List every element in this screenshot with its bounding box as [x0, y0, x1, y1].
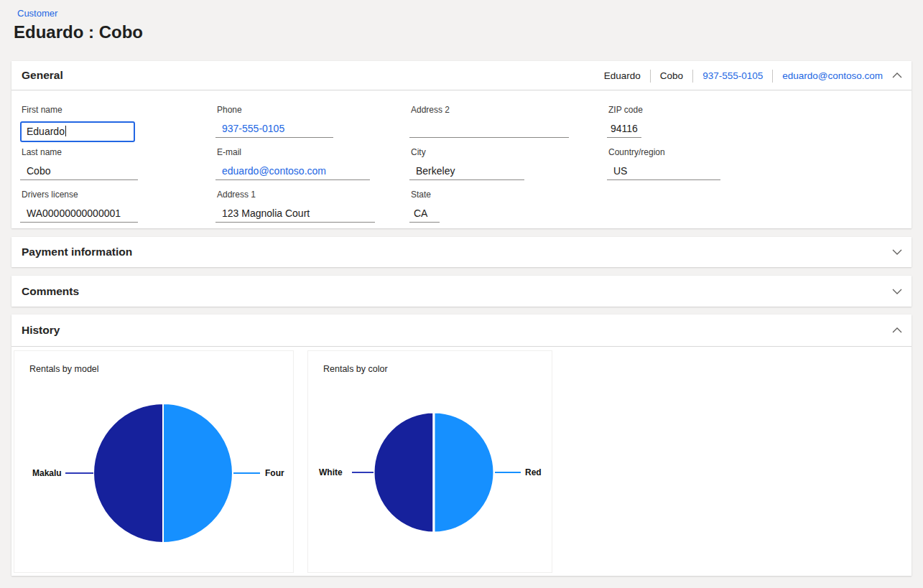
pie-label-red: Red	[525, 467, 542, 477]
summary-divider	[650, 70, 651, 83]
phone-label: Phone	[215, 105, 333, 116]
customer-detail-page: Customer Eduardo : Cobo General Eduardo …	[0, 0, 923, 588]
country-region-label: Country/region	[607, 147, 720, 159]
rentals-by-color-chart-panel: Rentals by color White Red	[307, 350, 552, 573]
drivers-license-input[interactable]: WA00000000000001	[20, 207, 138, 223]
summary-divider	[692, 70, 693, 83]
phone-field: Phone 937-555-0105	[215, 105, 333, 138]
first-name-field: First name Eduardo	[20, 105, 138, 142]
email-field: E-mail eduardo@contoso.com	[215, 147, 370, 180]
pie-leader-line-red	[495, 472, 521, 473]
pie-leader-line-makalu	[65, 472, 93, 474]
state-field: State CA	[409, 190, 440, 223]
general-summary: Eduardo Cobo 937-555-0105 eduardo@contos…	[604, 61, 883, 90]
payment-information-section-header[interactable]: Payment information	[11, 237, 912, 267]
summary-divider	[772, 70, 773, 83]
email-label: E-mail	[215, 147, 370, 159]
phone-input[interactable]: 937-555-0105	[215, 123, 333, 138]
chevron-down-icon[interactable]	[891, 287, 903, 296]
state-label: State	[409, 190, 440, 201]
pie-slice-four	[163, 403, 233, 543]
history-section-card: History Rentals by model Makalu Four Ren…	[11, 314, 912, 576]
comments-section-card: Comments	[11, 276, 912, 307]
page-title: Eduardo : Cobo	[14, 22, 143, 42]
history-section-header[interactable]: History	[11, 314, 912, 347]
city-input[interactable]: Berkeley	[409, 165, 524, 180]
general-section-title: General	[22, 69, 63, 82]
pie-label-makalu: Makalu	[32, 468, 62, 478]
address1-input[interactable]: 123 Magnolia Court	[215, 207, 375, 223]
last-name-input[interactable]: Cobo	[20, 165, 138, 180]
history-section-title: History	[22, 324, 60, 337]
text-cursor	[65, 126, 67, 136]
zip-code-label: ZIP code	[607, 105, 641, 116]
address2-label: Address 2	[409, 105, 569, 116]
general-section-card: General Eduardo Cobo 937-555-0105 eduard…	[11, 61, 912, 228]
rentals-by-model-chart-title: Rentals by model	[29, 364, 99, 374]
summary-first-name: Eduardo	[604, 70, 641, 81]
payment-information-section-card: Payment information	[11, 237, 912, 267]
email-input[interactable]: eduardo@contoso.com	[215, 165, 370, 180]
city-field: City Berkeley	[409, 147, 524, 180]
first-name-label: First name	[20, 105, 138, 116]
general-section-header[interactable]: General Eduardo Cobo 937-555-0105 eduard…	[11, 61, 912, 90]
pie-label-four: Four	[265, 468, 284, 478]
comments-section-header[interactable]: Comments	[11, 276, 912, 307]
pie-leader-line-four	[233, 472, 260, 474]
address2-input[interactable]	[409, 123, 569, 138]
comments-section-title: Comments	[22, 285, 79, 298]
first-name-input[interactable]: Eduardo	[20, 121, 135, 142]
pie-slice-makalu	[93, 403, 163, 543]
rentals-by-color-pie-chart	[374, 412, 494, 533]
summary-email-link[interactable]: eduardo@contoso.com	[782, 70, 883, 81]
address1-field: Address 1 123 Magnolia Court	[215, 190, 375, 223]
drivers-license-field: Drivers license WA00000000000001	[20, 190, 138, 223]
pie-label-white: White	[319, 467, 343, 477]
country-region-input[interactable]: US	[607, 165, 720, 180]
pie-slice-white	[374, 412, 434, 533]
chevron-down-icon[interactable]	[891, 248, 903, 256]
rentals-by-model-pie-chart	[93, 403, 233, 543]
drivers-license-label: Drivers license	[20, 190, 138, 201]
breadcrumb-customer-link[interactable]: Customer	[17, 8, 57, 19]
address2-field: Address 2	[409, 105, 569, 138]
last-name-field: Last name Cobo	[20, 147, 138, 180]
state-input[interactable]: CA	[409, 207, 440, 223]
zip-code-input[interactable]: 94116	[607, 123, 641, 138]
chevron-up-icon[interactable]	[891, 326, 903, 335]
zip-code-field: ZIP code 94116	[607, 105, 641, 138]
rentals-by-model-chart-panel: Rentals by model Makalu Four	[14, 350, 294, 573]
chevron-up-icon[interactable]	[891, 71, 903, 80]
city-label: City	[409, 147, 524, 159]
summary-last-name: Cobo	[660, 70, 683, 81]
payment-information-section-title: Payment information	[22, 246, 132, 258]
pie-slice-red	[434, 412, 494, 533]
address1-label: Address 1	[215, 190, 375, 201]
country-region-field: Country/region US	[607, 147, 720, 180]
rentals-by-color-chart-title: Rentals by color	[323, 364, 388, 374]
summary-phone-link[interactable]: 937-555-0105	[702, 70, 763, 81]
pie-leader-line-white	[352, 472, 374, 473]
last-name-label: Last name	[20, 147, 138, 159]
